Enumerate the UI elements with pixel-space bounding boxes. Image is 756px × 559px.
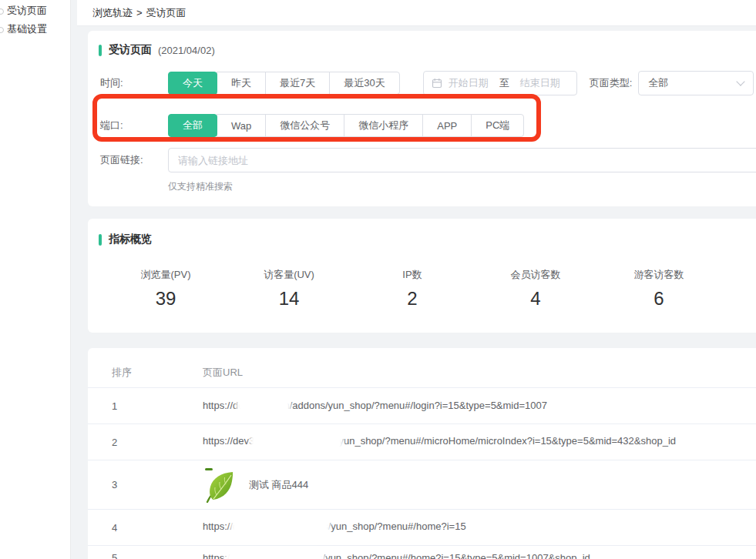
metric-label: 访客量(UV): [227, 268, 351, 282]
section-date: (2021/04/02): [158, 45, 215, 56]
chevron-down-icon: [737, 77, 745, 85]
page-link-label: 页面链接:: [100, 153, 168, 167]
metric-label: 游客访客数: [597, 268, 721, 282]
table-header: 排序 页面URL: [88, 357, 756, 388]
page-url-text: s/yun_shop/?menu#/home?i=15: [323, 521, 465, 532]
table-row: 4https://ds/yun_shop/?menu#/home?i=15: [88, 510, 756, 546]
end-date-placeholder: 结束日期: [520, 76, 560, 90]
page-link-input[interactable]: [168, 148, 756, 172]
metrics-panel: 指标概览 浏览量(PV)39访客量(UV)14IP数2会员访客数4游客访客数6: [88, 219, 756, 333]
page-url-text: s/yun_shop/?menu#/home?i=15&type=5&mid=1…: [318, 552, 590, 559]
start-date-placeholder: 开始日期: [449, 76, 489, 90]
metric-card-3: 会员访客数4: [474, 268, 597, 310]
page-type-select[interactable]: 全部: [638, 71, 754, 95]
breadcrumb-separator: >: [136, 7, 143, 18]
page-type-selected-value: 全部: [648, 76, 668, 90]
page-url-text: https://d: [203, 521, 238, 532]
table-row: 5https://s/yun_shop/?menu#/home?i=15&typ…: [88, 546, 756, 559]
calendar-icon: [432, 78, 442, 89]
section-name: 指标概览: [109, 233, 152, 246]
rank-cell: 4: [88, 522, 203, 534]
page-url-text: https://dev3.: [203, 435, 257, 447]
blur-patch: [229, 552, 321, 559]
column-header-rank: 排序: [88, 366, 203, 380]
port-filter-option-0[interactable]: 全部: [168, 114, 217, 137]
page-type-label: 页面类型:: [590, 76, 633, 90]
metric-card-1: 访客量(UV)14: [227, 268, 351, 310]
rank-cell: 5: [88, 552, 203, 559]
rank-cell: 1: [88, 400, 203, 412]
time-filter-label: 时间:: [100, 76, 168, 90]
time-filter-option-2[interactable]: 最近7天: [265, 72, 330, 95]
section-title-metrics: 指标概览: [88, 233, 756, 246]
metric-card-2: IP数2: [351, 268, 474, 310]
table-row: 1https://den/addons/yun_shop/?menu#/logi…: [88, 388, 756, 424]
metric-value: 14: [227, 288, 351, 310]
metric-label: IP数: [351, 268, 474, 282]
page-link-row: 页面链接:: [88, 148, 756, 172]
port-filter-option-4[interactable]: APP: [422, 114, 472, 137]
page-url-cell: https://dev3./yun_shop/?menu#/microHome/…: [203, 433, 756, 451]
port-filter-option-1[interactable]: Wap: [217, 114, 266, 137]
table-row: 3 测试 商品444: [88, 460, 756, 510]
port-filter-option-5[interactable]: PC端: [471, 114, 524, 137]
product-thumbnail-leaf-image: [203, 467, 238, 503]
time-filter-option-1[interactable]: 昨天: [217, 72, 266, 95]
time-filter-row: 时间: 今天昨天最近7天最近30天 开始日期 至 结束日期 页面类型: 全部: [88, 71, 756, 95]
page-url-text: /yun_shop/?menu#/microHome/microIndex?i=…: [336, 435, 676, 447]
section-accent-bar: [99, 45, 102, 56]
breadcrumb-link-browse-track[interactable]: 浏览轨迹: [92, 6, 133, 20]
section-accent-bar: [99, 234, 102, 246]
time-filter-option-3[interactable]: 最近30天: [329, 72, 399, 95]
filters-panel: 受访页面 (2021/04/02) 时间: 今天昨天最近7天最近30天 开始日期…: [88, 31, 756, 206]
column-header-page-url: 页面URL: [203, 366, 756, 380]
metric-label: 浏览量(PV): [104, 268, 227, 282]
pages-table-panel: 排序 页面URL 1https://den/addons/yun_shop/?m…: [88, 348, 756, 559]
page-url-text: n/addons/yun_shop/?menu#/login?i=15&type…: [284, 400, 547, 411]
breadcrumb-current-page: 受访页面: [146, 6, 186, 20]
blur-patch: [254, 433, 340, 451]
page-url-cell: https://den/addons/yun_shop/?menu#/login…: [203, 400, 756, 413]
rank-cell: 3: [88, 479, 203, 490]
port-filter-group: 全部Wap微信公众号微信小程序APPPC端: [168, 114, 524, 137]
page-url-cell: https://s/yun_shop/?menu#/home?i=15&type…: [203, 552, 756, 559]
metric-card-0: 浏览量(PV)39: [104, 268, 227, 310]
metric-value: 4: [474, 288, 597, 310]
main-area: 浏览轨迹 > 受访页面 受访页面 (2021/04/02) 时间: 今天昨天最近…: [77, 0, 756, 559]
port-filter-option-3[interactable]: 微信小程序: [344, 114, 423, 137]
sidebar: 受访页面 基础设置: [0, 0, 71, 559]
port-filter-row: 端口: 全部Wap微信公众号微信小程序APPPC端: [88, 114, 756, 137]
metric-value: 39: [104, 288, 227, 310]
rank-cell: 2: [88, 437, 203, 448]
table-row: 2https://dev3./yun_shop/?menu#/microHome…: [88, 424, 756, 460]
product-name: 测试 商品444: [249, 478, 308, 492]
port-filter-option-2[interactable]: 微信公众号: [265, 114, 344, 137]
content-area: 受访页面 (2021/04/02) 时间: 今天昨天最近7天最近30天 开始日期…: [77, 26, 756, 559]
port-filter-label: 端口:: [100, 119, 168, 132]
metrics-row: 浏览量(PV)39访客量(UV)14IP数2会员访客数4游客访客数6: [88, 268, 756, 310]
date-range-to-label: 至: [499, 76, 509, 90]
time-filter-group: 今天昨天最近7天最近30天: [168, 72, 400, 95]
page-url-text: https://de: [203, 400, 244, 411]
section-name: 受访页面: [109, 43, 152, 57]
page-url-cell: https://ds/yun_shop/?menu#/home?i=15: [203, 519, 756, 536]
section-title-visited-pages: 受访页面 (2021/04/02): [88, 43, 756, 57]
date-range-input[interactable]: 开始日期 至 结束日期: [423, 71, 577, 95]
blur-patch: [240, 400, 287, 412]
table-body: 1https://den/addons/yun_shop/?menu#/logi…: [88, 388, 756, 559]
metric-value: 2: [351, 288, 474, 310]
metric-card-4: 游客访客数6: [597, 268, 721, 310]
metric-value: 6: [597, 288, 721, 310]
page-url-cell: 测试 商品444: [203, 467, 756, 503]
page-link-hint: 仅支持精准搜索: [168, 180, 756, 193]
time-filter-option-0[interactable]: 今天: [168, 72, 217, 95]
blur-patch: [234, 519, 327, 536]
metric-label: 会员访客数: [474, 268, 597, 282]
breadcrumb: 浏览轨迹 > 受访页面: [77, 0, 756, 26]
sidebar-item-visited-pages[interactable]: 受访页面: [0, 2, 70, 20]
sidebar-item-basic-settings[interactable]: 基础设置: [0, 20, 70, 38]
